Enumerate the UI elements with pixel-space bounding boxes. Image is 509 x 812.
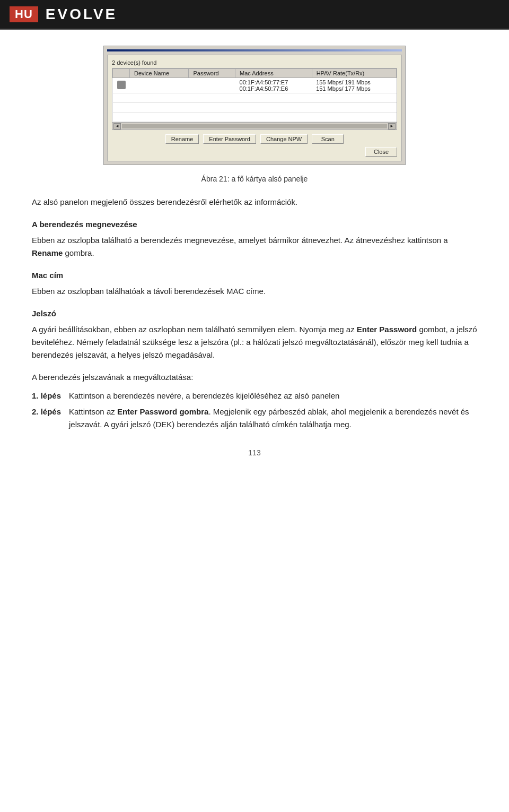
enter-password-button[interactable]: Enter Password: [203, 134, 256, 144]
section-text-after: gombra.: [63, 248, 94, 257]
section-password-text-before: A gyári beállításokban, ebben az oszlopb…: [32, 325, 357, 334]
step-2-text-before: Kattintson az: [69, 407, 117, 416]
section-bold-rename: Rename: [32, 248, 63, 257]
mac2: 00:1F:A4:50:77:E6: [240, 85, 308, 92]
section-heading-password: Jelszó: [32, 307, 477, 320]
section-device-name: A berendezés megnevezése Ebben az oszlop…: [32, 218, 477, 260]
dialog-inner: 2 device(s) found Device Name Password M…: [107, 55, 402, 161]
page-number: 113: [32, 448, 477, 457]
col-header-empty: [113, 69, 130, 78]
col-header-password: Password: [189, 69, 235, 78]
steps-intro: A berendezés jelszavának a megváltoztatá…: [32, 371, 477, 384]
table-row-empty3: [113, 113, 397, 122]
device-icon-cell: [113, 78, 130, 93]
dialog-box: 2 device(s) found Device Name Password M…: [103, 46, 406, 165]
mac-address-cell: 00:1F:A4:50:77:E7 00:1F:A4:50:77:E6: [235, 78, 312, 93]
step-2-text: Kattintson az Enter Password gombra. Meg…: [69, 404, 477, 433]
figure-caption: Ábra 21: a fő kártya alsó panelje: [32, 175, 477, 183]
section-bold-enter-password: Enter Password: [357, 325, 417, 334]
step-1-row: 1. lépés Kattintson a berendezés nevére,…: [32, 388, 477, 404]
dialog-found-label: 2 device(s) found: [112, 59, 397, 66]
section-password: Jelszó A gyári beállításokban, ebben az …: [32, 307, 477, 361]
intro-paragraph: Az alsó panelon megjelenő összes berende…: [32, 196, 477, 209]
col-header-device-name: Device Name: [130, 69, 189, 78]
main-content: 2 device(s) found Device Name Password M…: [0, 30, 509, 478]
section-text-before: Ebben az oszlopba található a berendezés…: [32, 236, 448, 245]
step-2-label: 2. lépés: [32, 404, 69, 433]
device-icon: [117, 81, 126, 89]
dialog-close-row: Close: [112, 147, 397, 157]
password-cell: [189, 78, 235, 93]
change-npw-button[interactable]: Change NPW: [260, 134, 308, 144]
table-row-empty2: [113, 103, 397, 113]
dialog-container: 2 device(s) found Device Name Password M…: [32, 46, 477, 165]
section-text-password: A gyári beállításokban, ebben az oszlopb…: [32, 323, 477, 361]
hpav-rate-cell: 155 Mbps/ 191 Mbps 151 Mbps/ 177 Mbps: [312, 78, 396, 93]
dialog-buttons-row: Rename Enter Password Change NPW Scan: [112, 134, 397, 144]
dialog-table-wrapper: Device Name Password Mac Address HPAV Ra…: [112, 68, 397, 130]
step-2-bold: Enter Password gombra: [117, 407, 209, 416]
close-button[interactable]: Close: [365, 147, 397, 157]
step-1-text: Kattintson a berendezés nevére, a berend…: [69, 388, 477, 404]
mac1: 00:1F:A4:50:77:E7: [240, 79, 308, 85]
dialog-titlebar: [107, 49, 402, 51]
brand-hu: HU: [10, 6, 38, 22]
scan-button[interactable]: Scan: [312, 134, 344, 144]
header: HU EVOLVE: [0, 0, 509, 29]
scrollbar-area: ◄ ►: [112, 122, 397, 129]
step-1-label: 1. lépés: [32, 388, 69, 404]
section-text-mac: Ebben az oszlopban találhatóak a távoli …: [32, 285, 477, 298]
scrollbar-track: [122, 124, 387, 128]
table-row-empty1: [113, 93, 397, 103]
col-header-mac: Mac Address: [235, 69, 312, 78]
col-header-hpav: HPAV Rate(Tx/Rx): [312, 69, 396, 78]
steps-table: 1. lépés Kattintson a berendezés nevére,…: [32, 388, 477, 433]
dialog-table: Device Name Password Mac Address HPAV Ra…: [112, 68, 397, 122]
device-name-cell: [130, 78, 189, 93]
section-mac: Mac cím Ebben az oszlopban találhatóak a…: [32, 269, 477, 298]
section-heading-device-name: A berendezés megnevezése: [32, 218, 477, 231]
step-2-row: 2. lépés Kattintson az Enter Password go…: [32, 404, 477, 433]
rate2: 151 Mbps/ 177 Mbps: [316, 85, 392, 92]
table-row: 00:1F:A4:50:77:E7 00:1F:A4:50:77:E6 155 …: [113, 78, 397, 93]
brand-title: EVOLVE: [46, 6, 118, 23]
rename-button[interactable]: Rename: [165, 134, 199, 144]
section-text-device-name: Ebben az oszlopba található a berendezés…: [32, 234, 477, 260]
scrollbar-left-arrow[interactable]: ◄: [113, 123, 121, 129]
section-heading-mac: Mac cím: [32, 269, 477, 282]
rate1: 155 Mbps/ 191 Mbps: [316, 79, 392, 85]
scrollbar-right-arrow[interactable]: ►: [388, 123, 396, 129]
